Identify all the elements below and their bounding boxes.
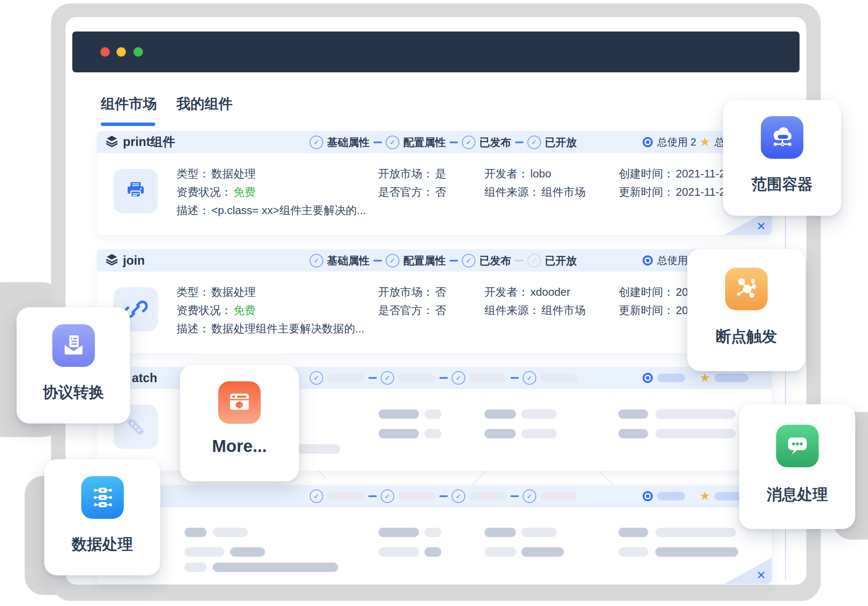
skeleton-bar [185, 528, 207, 537]
traffic-light-close[interactable] [100, 47, 110, 57]
step-label-placeholder [398, 492, 435, 500]
status-steps-skeleton [310, 489, 578, 503]
check-circle-icon [523, 489, 536, 503]
tab-my-components[interactable]: 我的组件 [176, 94, 233, 114]
floating-card-protocol-conversion[interactable]: 协议转换 [17, 307, 130, 423]
screenshot-stage: 组件市场 我的组件 print组件 基础属性 配置属性 [0, 0, 868, 606]
cloud-network-icon [761, 116, 803, 159]
eye-icon [643, 137, 653, 147]
floating-card-data-processing[interactable]: 数据处理 [44, 459, 160, 575]
field-fee: 资费状况：免费 [176, 185, 256, 199]
step-connector [373, 141, 382, 143]
step-connector [368, 495, 377, 497]
component-card-print[interactable]: print组件 基础属性 配置属性 已发布 已开放 [97, 131, 772, 235]
skeleton-bar [185, 547, 224, 557]
field-source: 组件来源：组件市场 [484, 185, 586, 199]
step-connector [368, 377, 377, 379]
field-official: 是否官方：否 [378, 185, 446, 199]
status-steps: 基础属性 配置属性 已发布 已开放 [310, 254, 577, 268]
card-header [97, 485, 772, 507]
skeleton-bar [521, 429, 557, 438]
floating-card-more[interactable]: More... [180, 365, 299, 481]
floating-card-label: 消息处理 [767, 484, 828, 505]
skeleton-bar [618, 528, 648, 537]
step-connector [515, 141, 524, 143]
skeleton-bar [379, 429, 419, 438]
close-x-icon[interactable]: ✕ [756, 569, 766, 582]
floating-card-breakpoint-trigger[interactable]: 断点触发 [687, 249, 805, 371]
skeleton-bar [213, 528, 248, 537]
check-circle-icon [452, 371, 465, 385]
card-header: print组件 基础属性 配置属性 已发布 已开放 [97, 131, 772, 153]
browser-cube-icon [218, 381, 261, 424]
stat-placeholder [714, 374, 748, 382]
step-label-placeholder [540, 492, 578, 500]
skeleton-bar [379, 547, 419, 557]
check-circle-icon [462, 135, 475, 149]
check-circle-icon [523, 371, 536, 385]
layers-icon [105, 253, 118, 268]
usage-stat: 总使用 2 [643, 135, 696, 149]
floating-card-label: More... [212, 437, 267, 456]
eye-icon [643, 373, 653, 383]
card-title: join [105, 253, 145, 268]
document-tray-icon [52, 324, 95, 367]
skeleton-bar [424, 547, 441, 557]
skeleton-bar [484, 409, 516, 419]
skeleton-bar [655, 409, 736, 419]
skeleton-bar [521, 547, 564, 557]
status-steps-skeleton [310, 371, 578, 385]
field-fee: 资费状况：免费 [176, 303, 256, 317]
skeleton-bar [521, 409, 557, 419]
skeleton-bar [655, 547, 738, 557]
skeleton-bar [484, 528, 516, 537]
step-label-placeholder [327, 492, 364, 500]
field-open-market: 开放市场：否 [378, 285, 446, 299]
skeleton-bar [213, 563, 338, 572]
star-icon [700, 490, 710, 502]
card-header: join 基础属性 配置属性 已发布 已开放 总使用 [97, 249, 772, 272]
chat-bubble-icon [776, 425, 819, 467]
star-icon [700, 136, 710, 148]
stat-placeholder [657, 374, 685, 382]
skeleton-bar [424, 429, 441, 438]
step-connector [439, 495, 448, 497]
skeleton-bar [230, 547, 265, 557]
skeleton-bar [618, 547, 648, 557]
layers-icon [105, 135, 118, 149]
step-connector [450, 260, 458, 261]
step-connector [439, 377, 448, 379]
step-label-placeholder [327, 374, 364, 382]
check-circle-icon [462, 254, 475, 267]
active-tab-underline [101, 123, 155, 126]
node-stack-icon [81, 476, 124, 519]
printer-icon [114, 169, 158, 213]
check-circle-icon [386, 254, 399, 267]
usage-stat-skeleton [643, 491, 685, 501]
star-icon [700, 372, 710, 384]
close-x-icon[interactable]: ✕ [756, 220, 766, 233]
titlebar [72, 31, 800, 72]
field-developer: 开发者：xdooder [484, 285, 570, 299]
component-card-join[interactable]: join 基础属性 配置属性 已发布 已开放 总使用 [97, 249, 772, 353]
traffic-light-minimize[interactable] [117, 47, 126, 57]
check-circle-icon [310, 135, 323, 149]
step-label-placeholder [398, 374, 435, 382]
check-circle-icon [310, 371, 323, 385]
traffic-light-maximize[interactable] [134, 47, 143, 57]
floating-card-range-container[interactable]: 范围容器 [723, 100, 841, 216]
skeleton-bar [618, 429, 648, 438]
step-label-placeholder [469, 374, 507, 382]
check-circle-icon [310, 254, 323, 267]
eye-icon [643, 491, 653, 501]
skeleton-bar [655, 528, 736, 537]
skeleton-bar [618, 409, 648, 419]
check-circle-icon [381, 371, 394, 385]
skeleton-bar [185, 563, 207, 572]
component-card-skeleton[interactable]: ✕ [97, 485, 772, 584]
stat-placeholder [657, 492, 685, 500]
floating-card-message-processing[interactable]: 消息处理 [739, 404, 855, 529]
tab-component-market[interactable]: 组件市场 [101, 94, 157, 114]
step-connector [373, 260, 382, 261]
check-circle-icon [381, 489, 394, 503]
